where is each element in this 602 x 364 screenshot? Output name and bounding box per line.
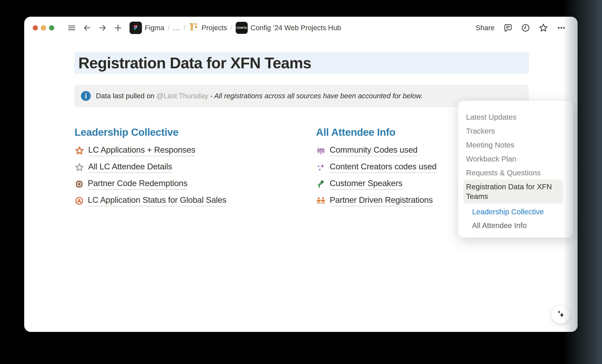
- microphone-icon: [316, 179, 326, 189]
- page-link-label: LC Applications + Responses: [88, 145, 195, 156]
- page-link-label: Customer Speakers: [330, 179, 402, 190]
- favorite-star-icon: [538, 23, 548, 33]
- toc-item-workback-plan[interactable]: Workback Plan: [466, 152, 567, 166]
- people-icon: [316, 196, 326, 206]
- column-leadership-collective: Leadership Collective LC Applications + …: [75, 126, 316, 209]
- page-link-label: Content Creators codes used: [330, 162, 437, 173]
- table-of-contents-panel: Latest Updates Trackers Meeting Notes Wo…: [458, 101, 573, 238]
- close-window-button[interactable]: [33, 25, 38, 30]
- page-link-partner-code-redemptions[interactable]: Partner Code Redemptions: [75, 176, 316, 193]
- person-ring-icon: [75, 196, 84, 205]
- antenna-icon: [316, 146, 326, 156]
- crane-icon: [189, 22, 199, 34]
- breadcrumb-item-projects[interactable]: Projects: [189, 22, 227, 34]
- breadcrumb-separator: /: [184, 24, 186, 32]
- new-tab-button[interactable]: [113, 23, 123, 32]
- toc-item-registration-data-active[interactable]: Registration Data for XFN Teams: [463, 180, 563, 204]
- comments-icon: [503, 23, 513, 33]
- info-icon: i: [81, 91, 91, 101]
- back-button[interactable]: [82, 23, 92, 32]
- hamburger-icon: [67, 23, 76, 32]
- page-link-label: All LC Attendee Details: [88, 162, 172, 173]
- figma-logo-icon: [129, 22, 142, 34]
- toc-item-trackers[interactable]: Trackers: [466, 124, 567, 138]
- page-link-label: Partner Driven Registrations: [330, 195, 433, 206]
- breadcrumb-separator: /: [168, 24, 170, 32]
- toc-active-label: Registration Data for XFN Teams: [466, 182, 559, 201]
- toc-item-requests-questions[interactable]: Requests & Questions: [466, 166, 567, 180]
- share-button[interactable]: Share: [472, 22, 498, 34]
- toc-subitem-leadership-collective[interactable]: Leadership Collective: [472, 205, 567, 219]
- breadcrumb-item-config-hub[interactable]: CONFIG Config ‘24 Web Projects Hub: [236, 22, 341, 34]
- star-gray-icon: [75, 162, 84, 172]
- page-title-highlight: Registration Data for XFN Teams: [75, 52, 529, 74]
- breadcrumb-workspace-figma[interactable]: Figma: [129, 22, 164, 34]
- callout-prefix: Data last pulled on: [96, 92, 157, 100]
- history-icon: [521, 23, 530, 33]
- page-link-label: LC Application Status for Global Sales: [88, 195, 226, 206]
- ai-assistant-button[interactable]: [551, 305, 570, 324]
- favorite-button[interactable]: [538, 23, 548, 33]
- breadcrumb-hub-label: Config ‘24 Web Projects Hub: [250, 24, 341, 32]
- more-options-button[interactable]: [556, 23, 567, 33]
- breadcrumb-ellipsis[interactable]: ...: [173, 24, 180, 32]
- window-controls: [33, 25, 54, 30]
- toc-item-latest-updates[interactable]: Latest Updates: [466, 110, 567, 124]
- plus-icon: [113, 23, 123, 32]
- forward-arrow-icon: [98, 23, 107, 32]
- callout-italic-text: - All registrations across all sources h…: [210, 92, 423, 100]
- page-link-all-lc-attendees[interactable]: All LC Attendee Details: [75, 159, 316, 176]
- breadcrumb-separator: /: [231, 24, 233, 32]
- desktop-background: Figma / ... /: [0, 0, 602, 364]
- breadcrumb-projects-label: Projects: [202, 24, 227, 32]
- callout-text: Data last pulled on @Last Thursday - All…: [96, 92, 423, 100]
- page-link-lc-applications[interactable]: LC Applications + Responses: [75, 142, 316, 159]
- config-badge-icon: CONFIG: [236, 22, 248, 34]
- sidebar-menu-button[interactable]: [67, 23, 76, 32]
- comments-button[interactable]: [503, 23, 513, 33]
- app-window: Figma / ... /: [24, 17, 578, 332]
- page-link-label: Community Codes used: [330, 145, 418, 156]
- toolbar-right: Share: [472, 22, 570, 34]
- back-arrow-icon: [82, 23, 92, 32]
- page-link-label: Partner Code Redemptions: [88, 179, 187, 190]
- star-orange-icon: [75, 146, 84, 156]
- more-icon: [556, 23, 567, 33]
- frame-brown-icon: [75, 179, 84, 189]
- page-link-lc-application-status[interactable]: LC Application Status for Global Sales: [75, 193, 316, 209]
- column-heading: Leadership Collective: [75, 126, 316, 138]
- date-mention[interactable]: @Last Thursday: [157, 92, 208, 100]
- toolbar: Figma / ... /: [33, 22, 570, 33]
- page-title: Registration Data for XFN Teams: [78, 54, 311, 72]
- breadcrumb: Figma / ... /: [129, 22, 341, 34]
- breadcrumb-app-label: Figma: [145, 24, 164, 32]
- zoom-window-button[interactable]: [49, 25, 54, 30]
- minimize-window-button[interactable]: [41, 25, 46, 30]
- toc-subitem-all-attendee-info[interactable]: All Attendee Info: [472, 219, 567, 232]
- forward-button[interactable]: [98, 23, 107, 32]
- toc-item-meeting-notes[interactable]: Meeting Notes: [466, 138, 567, 152]
- sparkles-icon: [316, 162, 326, 172]
- sparkle-icon: [555, 309, 566, 320]
- history-button[interactable]: [521, 23, 530, 33]
